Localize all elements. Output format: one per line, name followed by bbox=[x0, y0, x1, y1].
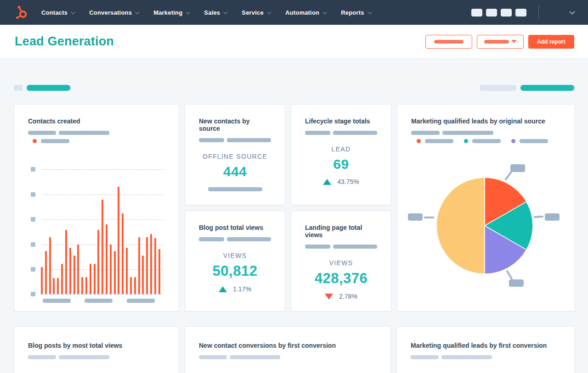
header-ghost-button[interactable] bbox=[425, 35, 472, 49]
bar bbox=[69, 248, 71, 294]
y-axis-tick-placeholder bbox=[31, 217, 35, 222]
subtitle-placeholder bbox=[199, 355, 227, 359]
card-subtitle-placeholders bbox=[411, 131, 561, 135]
metric-body: OFFLINE SOURCE 444 bbox=[199, 153, 271, 191]
navbar-tools bbox=[468, 6, 579, 19]
toolbar-icon-placeholder[interactable] bbox=[515, 9, 526, 17]
dashboard-grid-bottom: Blog posts by most total views New conta… bbox=[14, 326, 574, 373]
bar bbox=[94, 264, 96, 294]
metric-body: VIEWS 50,812 1.17% bbox=[199, 252, 271, 293]
change-value: 1.17% bbox=[233, 285, 251, 293]
toolbar-icon-placeholder[interactable] bbox=[501, 9, 512, 17]
metric-body: VIEWS 428,376 2.78% bbox=[305, 259, 377, 300]
card-subtitle-placeholders bbox=[411, 355, 560, 359]
y-axis-tick-placeholder bbox=[31, 292, 35, 296]
card-blog-posts-by-most-total-views: Blog posts by most total views bbox=[14, 326, 179, 373]
bar bbox=[45, 251, 47, 294]
metric-value: 69 bbox=[305, 156, 377, 172]
nav-item-reports[interactable]: Reports bbox=[341, 9, 371, 16]
card-title: Blog post total views bbox=[199, 224, 271, 231]
filter-placeholder[interactable] bbox=[480, 85, 516, 91]
bar bbox=[118, 187, 119, 294]
metric-label: LEAD bbox=[305, 145, 377, 153]
bar bbox=[49, 237, 51, 294]
active-filter-placeholder[interactable] bbox=[27, 85, 70, 91]
chevron-down-icon bbox=[368, 10, 372, 14]
nav-item-marketing[interactable]: Marketing bbox=[153, 9, 189, 16]
card-subtitle-placeholders bbox=[199, 237, 271, 241]
subtitle-placeholder bbox=[199, 138, 224, 142]
metric-value: 444 bbox=[199, 164, 271, 179]
bar bbox=[138, 237, 140, 294]
card-new-contact-conversions: New contact conversions by first convers… bbox=[185, 326, 391, 373]
hubspot-logo-icon[interactable] bbox=[14, 5, 29, 20]
card-mql-by-first-conversion: Marketing qualified leads by first conve… bbox=[396, 326, 575, 373]
bar bbox=[90, 264, 91, 294]
legend-item bbox=[511, 139, 548, 143]
nav-item-service[interactable]: Service bbox=[242, 9, 270, 16]
top-navbar: Contacts Conversations Marketing Sales S… bbox=[0, 0, 588, 25]
bar bbox=[114, 251, 116, 294]
card-title: Marketing qualified leads by first conve… bbox=[411, 342, 560, 349]
metric-label: VIEWS bbox=[199, 252, 271, 259]
card-title: New contacts by source bbox=[199, 117, 271, 132]
card-subtitle-placeholders bbox=[199, 138, 271, 142]
subtitle-placeholder bbox=[59, 131, 109, 135]
callout-label-placeholder bbox=[408, 213, 423, 221]
y-axis-tick-placeholder bbox=[31, 167, 35, 172]
active-filter-placeholder[interactable] bbox=[520, 85, 574, 91]
bar bbox=[41, 267, 43, 294]
toolbar-icon-placeholder[interactable] bbox=[486, 9, 497, 17]
subtitle-placeholder bbox=[230, 355, 280, 359]
bar bbox=[134, 277, 136, 294]
bar-chart bbox=[28, 169, 165, 305]
bar bbox=[142, 256, 144, 294]
x-axis-label-placeholder bbox=[127, 299, 155, 303]
bar bbox=[77, 245, 79, 294]
card-subtitle-placeholders bbox=[28, 131, 165, 135]
bar bbox=[122, 213, 124, 294]
account-chevron-down-icon[interactable] bbox=[569, 9, 575, 15]
add-report-button[interactable]: Add report bbox=[528, 35, 574, 49]
bar bbox=[81, 277, 83, 294]
card-subtitle-placeholders bbox=[305, 245, 377, 249]
chevron-down-icon bbox=[322, 10, 327, 14]
dashboard-toolbar bbox=[14, 85, 574, 91]
bar-chart-plot bbox=[42, 169, 161, 295]
chevron-down-icon bbox=[135, 10, 140, 14]
nav-item-conversations[interactable]: Conversations bbox=[89, 9, 138, 16]
button-label-placeholder bbox=[484, 40, 509, 44]
chevron-down-icon bbox=[71, 10, 75, 14]
x-axis-label-placeholder bbox=[43, 299, 71, 303]
subtitle-placeholder bbox=[305, 131, 330, 135]
button-label-placeholder bbox=[434, 40, 464, 44]
header-dropdown-button[interactable] bbox=[477, 35, 524, 49]
y-axis-tick-placeholder bbox=[31, 267, 35, 272]
legend-label-placeholder bbox=[520, 139, 548, 143]
page-header: Lead Generation Add report bbox=[0, 25, 588, 59]
nav-item-contacts[interactable]: Contacts bbox=[41, 9, 74, 16]
pie-chart-svg bbox=[397, 147, 575, 298]
trend-arrow-icon bbox=[323, 179, 331, 185]
subtitle-placeholder bbox=[199, 237, 224, 241]
filter-placeholder[interactable] bbox=[14, 85, 23, 91]
pie-legend bbox=[417, 139, 561, 143]
card-title: Marketing qualified leads by original so… bbox=[411, 117, 561, 125]
subtitle-placeholder bbox=[227, 138, 271, 142]
chevron-down-icon bbox=[223, 10, 228, 14]
y-axis-tick-placeholder bbox=[31, 192, 35, 197]
change-row: 43.75% bbox=[305, 178, 377, 185]
x-axis-label-placeholder bbox=[85, 299, 113, 303]
bar bbox=[106, 224, 107, 294]
toolbar-left-filters bbox=[14, 85, 70, 91]
card-subtitle-placeholders bbox=[28, 355, 165, 359]
nav-item-sales[interactable]: Sales bbox=[204, 9, 226, 16]
subtitle-placeholder bbox=[333, 245, 377, 249]
main-menu: Contacts Conversations Marketing Sales S… bbox=[41, 9, 371, 16]
nav-item-automation[interactable]: Automation bbox=[285, 9, 326, 16]
subtitle-placeholder bbox=[28, 355, 56, 359]
card-title: Landing page total views bbox=[305, 224, 377, 239]
card-subtitle-placeholders bbox=[199, 355, 377, 359]
toolbar-icon-placeholder[interactable] bbox=[471, 9, 482, 17]
subtitle-placeholder bbox=[227, 237, 271, 241]
